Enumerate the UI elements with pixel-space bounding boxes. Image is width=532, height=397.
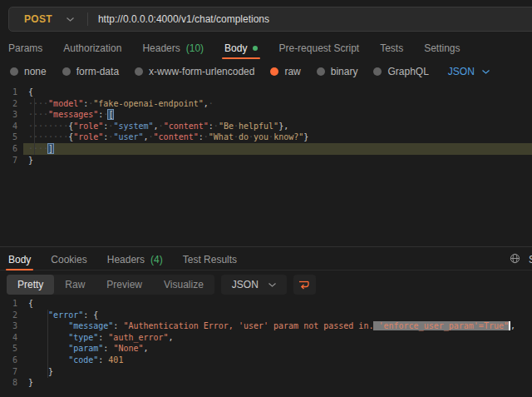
language-label: JSON xyxy=(448,66,475,77)
wrap-text-icon xyxy=(298,280,310,290)
code-line: 6 "code": 401 xyxy=(0,355,532,366)
line-number: 2 xyxy=(0,310,23,321)
body-type-x-www-form-urlencoded[interactable]: x-www-form-urlencoded xyxy=(135,66,254,77)
globe-icon[interactable] xyxy=(510,253,520,264)
status-text-clipped: Status xyxy=(529,254,532,265)
tab-label: Headers xyxy=(142,42,180,54)
request-tabs: Params Authorization Headers (10) Body P… xyxy=(8,39,461,57)
tab-settings[interactable]: Settings xyxy=(424,39,460,57)
body-type-raw[interactable]: raw xyxy=(270,66,300,77)
response-view-switcher: Pretty Raw Preview Visualize xyxy=(7,275,214,295)
tab-headers[interactable]: Headers (10) xyxy=(142,39,204,57)
tab-label: Pre-request Script xyxy=(278,42,359,54)
code-line: 2····"model":·"fake-openai-endpoint",· xyxy=(0,98,532,110)
body-type-none[interactable]: none xyxy=(10,66,47,77)
code-line: 2 "error": { xyxy=(0,310,532,321)
tab-body[interactable]: Body xyxy=(224,39,258,57)
url-input[interactable] xyxy=(88,13,532,25)
body-type-binary[interactable]: binary xyxy=(317,66,358,77)
line-number: 8 xyxy=(0,377,23,389)
chevron-down-icon xyxy=(482,70,490,74)
line-number: 4 xyxy=(0,121,23,132)
wrap-text-button[interactable] xyxy=(293,275,316,295)
response-toolbar: Pretty Raw Preview Visualize JSON xyxy=(7,275,316,295)
indent-guide xyxy=(47,310,48,378)
tab-label: Headers xyxy=(107,254,145,265)
indent-guide xyxy=(34,98,35,155)
line-number: 2 xyxy=(0,98,23,110)
tab-tests[interactable]: Tests xyxy=(380,39,403,57)
code-line: 3 "message": "Authentication Error, 'use… xyxy=(0,320,532,332)
body-modified-dot-icon xyxy=(253,46,258,51)
response-tab-headers[interactable]: Headers (4) xyxy=(107,251,163,268)
view-pretty[interactable]: Pretty xyxy=(7,275,54,295)
line-number: 1 xyxy=(0,87,23,98)
radio-icon xyxy=(317,67,325,76)
language-label: JSON xyxy=(232,279,259,290)
request-url-bar: POST xyxy=(8,7,532,32)
view-raw[interactable]: Raw xyxy=(54,275,96,295)
chevron-down-icon xyxy=(268,283,276,287)
line-number: 5 xyxy=(0,132,23,143)
body-type-label: none xyxy=(24,66,47,77)
radio-icon xyxy=(373,67,382,76)
radio-selected-icon xyxy=(270,67,278,76)
line-number: 5 xyxy=(0,343,23,355)
line-number: 6 xyxy=(0,143,23,155)
code-line: 3····"messages":·[ xyxy=(0,109,532,121)
tab-pre-request-script[interactable]: Pre-request Script xyxy=(278,39,359,57)
code-line: 5 "param": "None", xyxy=(0,343,532,355)
code-line: 1{ xyxy=(0,87,532,98)
response-tabs: Body Cookies Headers (4) Test Results St… xyxy=(0,249,532,270)
line-number: 1 xyxy=(0,298,23,310)
tab-label: Params xyxy=(8,42,42,54)
view-visualize[interactable]: Visualize xyxy=(153,275,214,295)
code-line: 6····] xyxy=(0,143,532,155)
tab-label: Tests xyxy=(380,42,403,54)
tab-label: Settings xyxy=(424,42,460,54)
tab-label: Body xyxy=(8,254,31,265)
line-number: 3 xyxy=(0,320,23,332)
line-number: 3 xyxy=(0,109,23,121)
response-tab-test-results[interactable]: Test Results xyxy=(183,251,237,268)
body-type-label: raw xyxy=(284,66,300,77)
code-line: 5········{"role":·"user",·"content":·"Wh… xyxy=(0,132,532,143)
view-preview[interactable]: Preview xyxy=(96,275,153,295)
section-divider xyxy=(0,246,532,247)
tab-label: Authorization xyxy=(63,42,121,54)
response-tab-cookies[interactable]: Cookies xyxy=(51,251,86,268)
tab-label: Body xyxy=(224,42,247,54)
method-selector[interactable]: POST xyxy=(9,7,87,31)
response-tab-body[interactable]: Body xyxy=(8,251,31,268)
code-line: 1{ xyxy=(0,298,532,310)
line-number: 7 xyxy=(0,366,23,378)
body-type-label: x-www-form-urlencoded xyxy=(149,66,254,77)
response-body-editor[interactable]: 1{2 "error": {3 "message": "Authenticati… xyxy=(0,295,532,397)
tab-params[interactable]: Params xyxy=(8,39,42,57)
headers-count-badge: (10) xyxy=(186,42,204,54)
body-type-label: form-data xyxy=(76,66,119,77)
line-number: 4 xyxy=(0,332,23,344)
code-line: 7} xyxy=(0,155,532,166)
line-number: 6 xyxy=(0,355,23,366)
body-type-label: binary xyxy=(331,66,358,77)
tab-label: Test Results xyxy=(183,254,237,265)
body-type-selector: none form-data x-www-form-urlencoded raw… xyxy=(10,63,490,80)
code-line: 8} xyxy=(0,377,532,389)
response-language-dropdown[interactable]: JSON xyxy=(221,275,287,295)
radio-icon xyxy=(10,67,18,76)
radio-icon xyxy=(135,67,143,76)
chevron-down-icon xyxy=(66,17,74,22)
body-type-graphql[interactable]: GraphQL xyxy=(373,66,428,77)
tab-label: Cookies xyxy=(51,254,86,265)
request-body-editor[interactable]: 1{2····"model":·"fake-openai-endpoint",·… xyxy=(0,83,532,246)
code-line: 4 "type": "auth_error", xyxy=(0,332,532,344)
code-line: 4········{"role":·"system",·"content":·"… xyxy=(0,121,532,132)
line-number: 7 xyxy=(0,155,23,166)
headers-count-badge: (4) xyxy=(150,254,163,265)
method-label: POST xyxy=(24,13,52,25)
request-language-dropdown[interactable]: JSON xyxy=(448,66,490,77)
code-line: 7 } xyxy=(0,366,532,378)
tab-authorization[interactable]: Authorization xyxy=(63,39,121,57)
body-type-form-data[interactable]: form-data xyxy=(62,66,119,77)
